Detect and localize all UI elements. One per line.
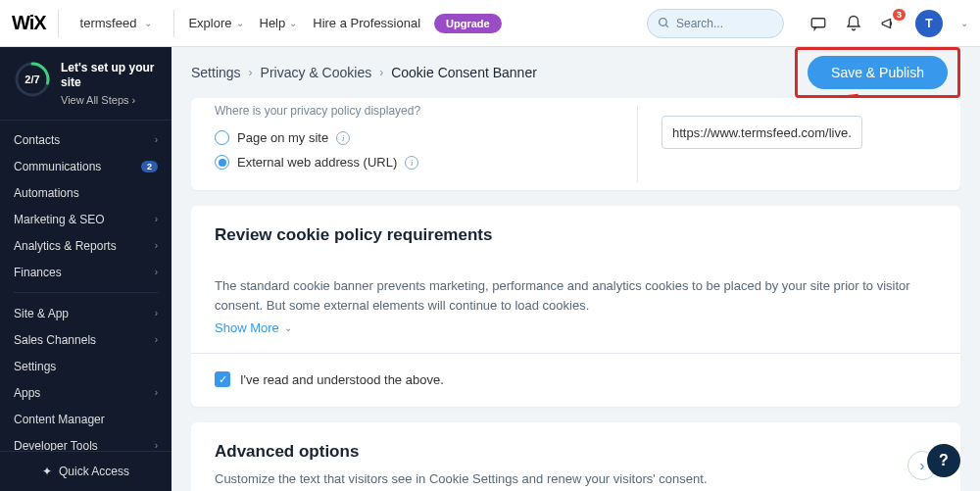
chevron-down-icon: ⌄ [284, 322, 292, 333]
bell-icon[interactable] [845, 15, 862, 32]
sparkle-icon: ✦ [42, 465, 52, 478]
radio-external-url[interactable]: External web address (URL) i [215, 150, 937, 174]
privacy-policy-card: Where is your privacy policy displayed? … [191, 98, 960, 190]
sidebar-item-marketing[interactable]: Marketing & SEO› [0, 206, 172, 232]
svg-line-1 [665, 25, 668, 27]
avatar[interactable]: T [915, 10, 943, 37]
page-header: Settings › Privacy & Cookies › Cookie Co… [172, 47, 980, 98]
announce-icon[interactable]: 3 [880, 15, 898, 32]
sidebar-item-automations[interactable]: Automations [0, 179, 172, 206]
divider [173, 10, 174, 37]
chevron-right-icon: › [155, 134, 158, 145]
sidebar: 2/7 Let's set up your site View All Step… [0, 47, 172, 491]
chevron-right-icon: › [155, 240, 158, 251]
sidebar-item-finances[interactable]: Finances› [0, 259, 172, 285]
save-publish-button[interactable]: Save & Publish [808, 56, 948, 89]
quick-access-button[interactable]: ✦ Quick Access [0, 451, 172, 491]
notif-badge: 3 [893, 9, 906, 21]
divider [58, 10, 59, 37]
sidebar-item-contacts[interactable]: Contacts› [0, 126, 172, 153]
chevron-right-icon: › [155, 308, 158, 319]
chevron-right-icon: › [379, 66, 383, 79]
radio-icon [215, 130, 229, 145]
chevron-right-icon: › [920, 458, 925, 473]
info-icon[interactable]: i [405, 156, 418, 170]
card-text: Customize the text that visitors see in … [215, 469, 708, 489]
site-selector[interactable]: termsfeed ⌄ [71, 12, 163, 34]
help-link[interactable]: Help⌄ [258, 10, 300, 36]
breadcrumb-current: Cookie Consent Banner [391, 65, 537, 80]
card-title: Advanced options [215, 442, 708, 462]
radio-icon [215, 155, 229, 170]
chevron-down-icon: ⌄ [236, 18, 244, 28]
search-icon [658, 17, 670, 29]
checkbox-checked-icon[interactable]: ✓ [215, 371, 230, 387]
nav: Contacts› Communications2 Automations Ma… [0, 121, 172, 451]
explore-link[interactable]: Explore⌄ [186, 10, 245, 36]
confirm-checkbox-row[interactable]: ✓ I've read and understood the above. [215, 371, 937, 387]
view-all-steps-link[interactable]: View All Steps› [61, 94, 158, 106]
wix-logo[interactable]: WiX [12, 12, 46, 34]
top-icons: 3 T ⌄ [809, 10, 968, 37]
svg-rect-2 [811, 18, 825, 26]
chevron-right-icon: › [155, 214, 158, 224]
sidebar-item-content-manager[interactable]: Content Manager [0, 406, 172, 432]
separator [14, 292, 158, 293]
sidebar-item-site-app[interactable]: Site & App› [0, 300, 172, 326]
sidebar-item-settings[interactable]: Settings [0, 353, 172, 379]
breadcrumb-privacy[interactable]: Privacy & Cookies [261, 65, 372, 80]
top-bar: WiX termsfeed ⌄ Explore⌄ Help⌄ Hire a Pr… [0, 0, 980, 47]
hire-link[interactable]: Hire a Professional [311, 10, 422, 36]
sidebar-item-analytics[interactable]: Analytics & Reports› [0, 232, 172, 259]
content-area: Where is your privacy policy displayed? … [172, 98, 980, 491]
advanced-options-card: Advanced options Customize the text that… [191, 422, 960, 491]
sidebar-item-developer-tools[interactable]: Developer Tools› [0, 432, 172, 451]
chevron-down-icon: ⌄ [144, 18, 152, 28]
url-input[interactable] [662, 116, 862, 149]
svg-point-0 [660, 19, 667, 26]
chevron-right-icon: › [155, 387, 158, 398]
info-icon[interactable]: i [336, 131, 350, 145]
chevron-right-icon: › [249, 66, 253, 79]
chevron-right-icon: › [132, 94, 136, 106]
chat-icon[interactable] [809, 15, 827, 32]
chevron-right-icon: › [155, 440, 158, 451]
chevron-down-icon: ⌄ [289, 18, 297, 28]
sidebar-item-communications[interactable]: Communications2 [0, 153, 172, 179]
card-text: The standard cookie banner prevents mark… [215, 276, 937, 315]
upgrade-button[interactable]: Upgrade [434, 14, 502, 33]
breadcrumb-settings[interactable]: Settings [191, 65, 241, 80]
progress-text: 2/7 [14, 61, 51, 98]
sidebar-item-apps[interactable]: Apps› [0, 379, 172, 406]
chevron-down-icon: ⌄ [960, 18, 968, 28]
setup-panel[interactable]: 2/7 Let's set up your site View All Step… [0, 47, 172, 121]
divider [191, 353, 960, 354]
help-fab[interactable]: ? [927, 444, 960, 477]
badge: 2 [141, 161, 158, 172]
chevron-right-icon: › [155, 334, 158, 345]
review-requirements-card: Review cookie policy requirements The st… [191, 206, 960, 407]
search-placeholder: Search... [676, 17, 723, 30]
card-title: Review cookie policy requirements [215, 225, 937, 245]
chevron-right-icon: › [155, 267, 158, 277]
search-input[interactable]: Search... [647, 9, 784, 38]
highlight-annotation: Save & Publish [795, 47, 960, 98]
main: Settings › Privacy & Cookies › Cookie Co… [172, 47, 980, 491]
sidebar-item-sales-channels[interactable]: Sales Channels› [0, 326, 172, 353]
progress-ring: 2/7 [14, 61, 51, 98]
setup-title: Let's set up your site [61, 61, 158, 90]
site-name: termsfeed [80, 16, 137, 30]
show-more-link[interactable]: Show More⌄ [215, 320, 937, 335]
divider [637, 106, 638, 182]
